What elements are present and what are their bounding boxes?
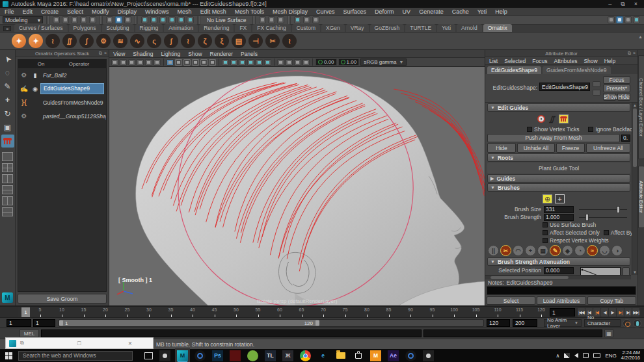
ae-menu-item[interactable]: Help [604,58,615,64]
dock-icon[interactable]: ⧉ [99,51,102,56]
menu-item[interactable]: Surfaces [343,8,367,15]
select-button[interactable]: Select [487,296,535,305]
brush-circle-mode-icon[interactable]: ⊕ [543,194,552,203]
layout-persp-graph-button[interactable] [2,207,13,216]
brushes-section-header[interactable]: ▼Brushes [487,183,630,192]
shelf-tab[interactable]: TURTLE [405,24,436,32]
lens-app-icon[interactable] [195,350,206,361]
operator-row[interactable]: }{ GuidesFromMeshNode9 [18,96,106,109]
menu-item[interactable]: Generate [419,8,444,15]
ignore-backfacing-checkbox[interactable]: Ignore Backfacing Str [588,126,637,133]
viewport-toolbar-icon-10[interactable] [192,59,199,66]
viewport-menu-item[interactable]: Panels [241,51,258,57]
folder-app-icon[interactable] [335,350,346,361]
edit-guides-section-header[interactable]: ▼Edit Guides [487,103,630,112]
ornatrix-shelf-tool-icon-9[interactable]: ς [147,34,161,48]
character-set-dropdown[interactable]: No Character Set [584,319,621,327]
viewport-menu-item[interactable]: Renderer [210,51,233,57]
language-indicator[interactable]: ENG [605,353,616,359]
brush-tool-icon-8[interactable]: ◔ [574,245,585,256]
viewport-toolbar-icon-1[interactable] [120,59,127,66]
time-slider[interactable]: 1 51015202530354045505560657075808590951… [0,305,644,317]
status-icon-16[interactable] [187,16,194,23]
photoshop-app-icon[interactable]: Ps [212,350,223,361]
sculpt-app-icon[interactable] [159,350,170,361]
viewport-canvas[interactable]: [ Smooth ] 1 Isolate persp (defaultRende… [109,67,485,305]
ornatrix-shelf-tool-icon-4[interactable]: ∬ [62,34,77,48]
maximize-button[interactable]: ⧉ [621,1,624,8]
status-icon-9[interactable] [124,16,131,23]
tl-app-icon[interactable]: TL [265,350,276,361]
status-icon-12[interactable] [150,16,157,23]
shelf-tab[interactable]: Custom [292,24,320,32]
shelf-tab[interactable]: GoZBrush [370,24,405,32]
shelf-tab[interactable]: Curves / Surfaces [14,24,68,32]
hide-button[interactable]: Hide [617,93,630,101]
status-icon-11[interactable] [141,16,148,23]
viewport-toolbar-icon-22[interactable] [286,59,293,66]
ornatrix-shelf-tool-icon-5[interactable]: ʃ [79,34,94,48]
ae-horizontal-scrollbar[interactable] [485,275,631,279]
menu-item[interactable]: Windows [145,8,169,15]
playback-end-field[interactable] [487,319,510,327]
brush-square-mode-icon[interactable]: + [555,194,565,203]
move-tool-icon[interactable]: + [1,94,14,107]
current-frame-marker[interactable]: 1 [21,307,30,318]
menu-item[interactable]: Curves [316,8,335,15]
shelf-tab[interactable]: FX [235,24,251,32]
ornatrix-shelf-tool-icon-8[interactable]: ∿ [130,34,144,48]
status-icon-2[interactable] [62,16,69,23]
viewport-toolbar-icon-17[interactable] [247,59,254,66]
viewport-menu-item[interactable]: Show [188,51,202,57]
ornatrix-shelf-tool-icon-15[interactable]: ⊣ [248,34,263,48]
selected-position-field[interactable]: 0.000 [544,267,574,274]
restore-icon[interactable]: ⧉ [20,340,24,346]
status-icon-15[interactable] [178,16,185,23]
ui-toggle-icon-1[interactable] [616,16,623,23]
shelf-tab[interactable]: Polygons [69,24,101,32]
status-icon-4[interactable] [80,16,87,23]
ui-toggle-icon-3[interactable] [633,16,640,23]
butterfly-app-icon[interactable]: Ж [282,350,293,361]
ornatrix-shelf-tool-icon-16[interactable]: ✂ [265,34,280,48]
brush-tool-icon-9[interactable]: ≈ [587,245,598,256]
viewport-toolbar-icon-12[interactable] [209,59,216,66]
menu-item[interactable]: Edit [23,8,33,15]
brush-size-field[interactable]: 331 [544,206,574,213]
scale-tool-icon[interactable]: ▣ [1,121,14,134]
ornatrix-shelf-tool-icon-10[interactable]: ʃ [164,34,178,48]
ae-vertical-scrollbar[interactable]: ▲ ▼ [632,103,637,275]
viewport-toolbar-icon-2[interactable] [128,59,135,66]
menu-item[interactable]: Deform [375,8,394,15]
focus-button[interactable]: Focus [603,76,630,84]
red-app-icon[interactable] [230,350,241,361]
ornatrix-shelf-tool-icon-12[interactable]: ζ [198,34,212,48]
viewport-toolbar-icon-8[interactable] [175,59,182,66]
ae-menu-item[interactable]: Show [584,58,597,64]
respect-vertex-weights-checkbox[interactable]: Respect Vertex Weights [543,237,609,244]
minimize-button[interactable]: – [608,1,611,8]
shelf-tab[interactable]: Arnold [457,24,482,32]
ornatrix-shelf-tool-icon-13[interactable]: ξ [215,34,229,48]
push-away-from-mesh-button[interactable]: Push Away From Mesh [487,134,620,142]
status-icon-1[interactable] [53,16,60,23]
range-handle-left[interactable] [59,320,63,326]
guides-section-header[interactable]: ▶Guides [487,174,630,183]
viewport-toolbar-icon-21[interactable] [277,59,284,66]
operator-row[interactable]: ⚙ ▮ Fur_Ball2 [18,68,106,82]
mudbox-app-icon[interactable]: M [370,350,381,361]
current-frame-field[interactable] [550,308,575,317]
taskbar-preview-window[interactable]: ⧉ □ × [5,337,154,349]
notifications-icon[interactable] [583,353,589,358]
menu-item[interactable]: File [5,8,14,15]
plant-guide-tool-button[interactable]: Plant Guide Tool [487,162,630,174]
animation-end-field[interactable] [513,319,537,327]
layout-single-button[interactable] [2,152,13,161]
channel-box-tab[interactable]: Channel Box / Layer Editor [638,55,644,159]
use-surface-brush-checkbox[interactable]: Use Surface Brush [543,222,596,228]
mel-input[interactable] [41,330,422,337]
brush-strength-attenuation-header[interactable]: ▼Brush Strength Attenuation [487,257,630,266]
animation-start-field[interactable] [7,319,31,327]
viewport-toolbar-icon-19[interactable] [264,59,271,66]
shelf-tab[interactable]: Rendering [199,24,234,32]
